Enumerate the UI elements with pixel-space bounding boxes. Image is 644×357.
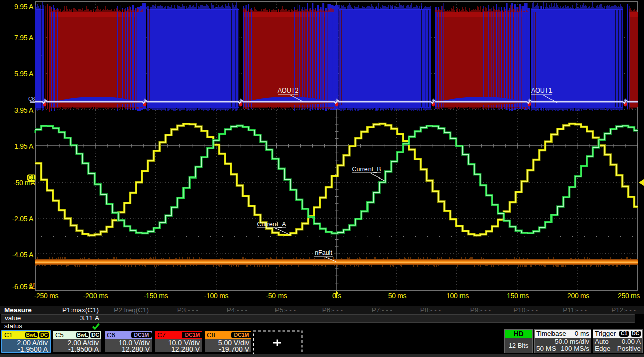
svg-text:100 ms: 100 ms [446, 292, 469, 300]
svg-text:250 ms: 250 ms [618, 292, 640, 300]
svg-text:3.95 A: 3.95 A [14, 106, 34, 114]
svg-text:nFault: nFault [315, 249, 332, 256]
svg-text:1.95 A: 1.95 A [14, 142, 34, 150]
svg-text:Current_B: Current_B [352, 166, 381, 173]
svg-text:-50 ms: -50 ms [266, 292, 287, 300]
svg-text:-150 ms: -150 ms [144, 292, 168, 300]
svg-text:-100 ms: -100 ms [204, 292, 229, 300]
svg-text:-250 ms: -250 ms [34, 292, 59, 300]
svg-text:AOUT2: AOUT2 [278, 87, 299, 94]
svg-text:7.95 A: 7.95 A [14, 34, 34, 42]
svg-text:5.95 A: 5.95 A [14, 70, 34, 78]
svg-text:C6: C6 [28, 96, 35, 102]
svg-text:200 ms: 200 ms [567, 292, 589, 300]
svg-text:AOUT1: AOUT1 [531, 87, 553, 94]
svg-text:150 ms: 150 ms [507, 292, 529, 300]
svg-text:9.95 A: 9.95 A [14, 3, 34, 11]
svg-text:-6.05 A: -6.05 A [12, 283, 34, 291]
svg-text:-4.05 A: -4.05 A [12, 251, 34, 259]
svg-text:50 ms: 50 ms [388, 292, 407, 300]
svg-text:-50 mA: -50 mA [13, 178, 35, 187]
svg-text:-200 ms: -200 ms [83, 292, 108, 300]
svg-text:-2.05 A: -2.05 A [12, 215, 34, 223]
svg-text:Current_A: Current_A [257, 221, 287, 228]
svg-text:0 s: 0 s [332, 292, 341, 300]
